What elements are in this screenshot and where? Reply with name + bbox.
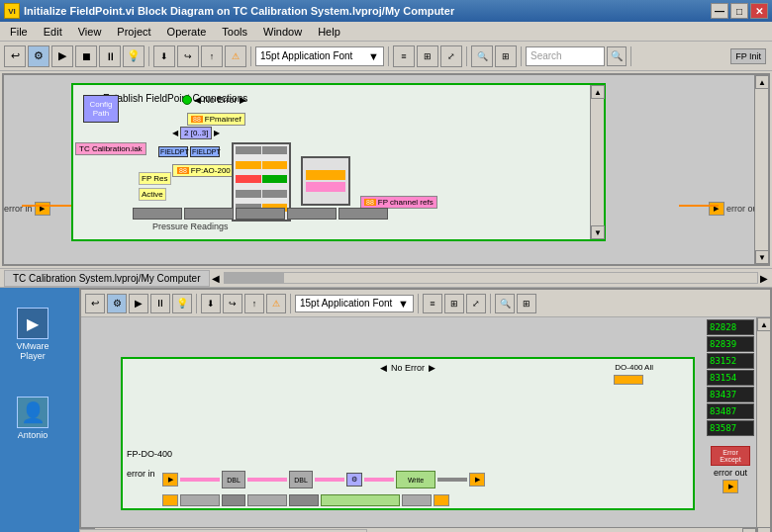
fp-do400-label: FP-DO-400: [127, 449, 172, 459]
s-dist[interactable]: ⊞: [444, 294, 464, 313]
inner-no-error: ◀ No Error ▶: [380, 363, 435, 373]
menu-edit[interactable]: Edit: [36, 24, 70, 40]
active-label: Active: [139, 188, 166, 201]
separator-6: [630, 46, 631, 66]
desktop-icon-antonio[interactable]: 👤 Antonio: [8, 397, 57, 440]
pressure-readings-label: Pressure Readings: [152, 222, 229, 231]
fp-init-button[interactable]: FP Init: [730, 48, 766, 64]
back-button[interactable]: ↩: [4, 45, 26, 67]
menu-view[interactable]: View: [70, 24, 110, 40]
s-step3[interactable]: ↑: [244, 294, 264, 313]
menu-window[interactable]: Window: [255, 24, 310, 40]
s-sep1: [196, 294, 197, 313]
search-button[interactable]: 🔍: [607, 46, 627, 66]
second-toolbar: ↩ ⚙ ▶ ⏸ 💡 ⬇ ↪ ↑ ⚠ 15pt Application Font …: [81, 290, 770, 317]
tab-scroll-thumb[interactable]: [225, 273, 284, 283]
search-box[interactable]: Search: [526, 46, 605, 66]
zoom-button[interactable]: 🔍: [471, 45, 493, 67]
second-scroll-down[interactable]: ▼: [757, 527, 770, 532]
warn-button[interactable]: ⚠: [225, 45, 246, 67]
fp-res-label: FP Res: [139, 172, 171, 185]
second-canvas: 82828 82839 83152 83154 83437 83487 8358…: [81, 317, 770, 532]
second-error-out-node: ▶: [723, 480, 738, 493]
tab-tc-calibration[interactable]: TC Calibration System.lvproj/My Computer: [4, 270, 210, 287]
s-align[interactable]: ≡: [423, 294, 442, 313]
inner-error-in-label: error in: [127, 469, 155, 479]
window-controls: — □ ✕: [711, 3, 768, 19]
second-error-out-label: error out: [714, 468, 747, 478]
second-scrollbar-v[interactable]: ▲ ▼: [756, 317, 770, 532]
forward-button[interactable]: ⚙: [28, 45, 49, 67]
menu-file[interactable]: File: [2, 24, 36, 40]
scroll-down[interactable]: ▼: [591, 225, 605, 239]
scrollbar-v[interactable]: ▲ ▼: [590, 85, 604, 239]
toolbar: ↩ ⚙ ▶ ⏹ ⏸ 💡 ⬇ ↪ ↑ ⚠ 15pt Application Fon…: [0, 42, 772, 71]
s-back-btn[interactable]: ↩: [85, 294, 105, 313]
s-run-btn[interactable]: ▶: [129, 294, 148, 313]
inner-bottom-connectors: [162, 494, 449, 506]
config-path-node: ConfigPath: [83, 95, 119, 123]
second-scroll-right[interactable]: ▶: [742, 528, 756, 532]
separator-2: [250, 46, 251, 66]
grid-button[interactable]: ⊞: [495, 45, 517, 67]
second-scroll-up[interactable]: ▲: [757, 317, 770, 331]
s-light-btn[interactable]: 💡: [172, 294, 192, 313]
fp-main-ref: 88FPmainref: [187, 113, 245, 126]
main-scrollbar[interactable]: ▲ ▼: [754, 75, 768, 264]
s-sep3: [418, 294, 419, 313]
menu-operate[interactable]: Operate: [159, 24, 215, 40]
fieldpt-boxes: FIELDPT FIELDPT: [158, 146, 220, 157]
bottom-connectors: [133, 208, 388, 220]
stop-button[interactable]: ⏹: [75, 45, 97, 67]
menu-project[interactable]: Project: [109, 24, 158, 40]
separator-4: [466, 46, 467, 66]
pause-button[interactable]: ⏸: [99, 45, 121, 67]
s-pause-btn[interactable]: ⏸: [150, 294, 170, 313]
close-button[interactable]: ✕: [750, 3, 768, 19]
s-step1[interactable]: ⬇: [201, 294, 221, 313]
tab-scrollbar[interactable]: [224, 272, 759, 284]
num-box-3: 83154: [707, 370, 754, 386]
distribute-button[interactable]: ⊞: [417, 45, 438, 67]
lower-section: ▶ VMware Player 👤 Antonio ↩ ⚙ ▶ ⏸ 💡 ⬇ ↪ …: [0, 288, 772, 532]
num-box-0: 82828: [707, 319, 754, 335]
scroll-up[interactable]: ▲: [591, 85, 605, 99]
num-box-2: 83152: [707, 353, 754, 369]
step-out[interactable]: ↑: [201, 45, 223, 67]
maximize-button[interactable]: □: [730, 3, 748, 19]
s-grid[interactable]: ⊞: [517, 294, 536, 313]
resize-button[interactable]: ⤢: [440, 45, 462, 67]
s-zoom[interactable]: 🔍: [495, 294, 515, 313]
step-over[interactable]: ↪: [177, 45, 199, 67]
s-resize[interactable]: ⤢: [466, 294, 486, 313]
light-button[interactable]: 💡: [123, 45, 145, 67]
right-node: [301, 156, 350, 206]
do400-all-label: DO-400 All: [615, 363, 653, 372]
fieldpoint-region: Establish FieldPoint Connections ◀ No Er…: [71, 83, 606, 241]
step-into[interactable]: ⬇: [153, 45, 175, 67]
inner-wire-row: ▶ DBL DBL ⚙ Write ▶: [162, 471, 485, 488]
scroll-bottom[interactable]: ▼: [755, 250, 769, 264]
run-button[interactable]: ▶: [51, 45, 73, 67]
menu-tools[interactable]: Tools: [214, 24, 255, 40]
s-step2[interactable]: ↪: [223, 294, 242, 313]
minimize-button[interactable]: —: [711, 3, 728, 19]
s-stop-btn[interactable]: ⚙: [107, 294, 127, 313]
menu-help[interactable]: Help: [310, 24, 348, 40]
inner-green-region: ◀ No Error ▶ DO-400 All FP-DO-400 error …: [121, 357, 695, 510]
tab-scroll-right[interactable]: ▶: [760, 273, 768, 284]
menu-bar: File Edit View Project Operate Tools Win…: [0, 22, 772, 42]
font-dropdown[interactable]: 15pt Application Font ▼: [255, 46, 384, 66]
desktop-icon-vmware[interactable]: ▶ VMware Player: [8, 308, 57, 361]
scroll-top[interactable]: ▲: [755, 75, 769, 89]
s-font-dropdown[interactable]: 15pt Application Font ▼: [295, 295, 414, 312]
title-bar: VI Initialize FieldPoint.vi Block Diagra…: [0, 0, 772, 22]
num-box-5: 83487: [707, 403, 754, 419]
tab-bar: TC Calibration System.lvproj/My Computer…: [0, 268, 772, 288]
num-box-6: 83587: [707, 420, 754, 436]
antonio-icon: 👤: [17, 397, 48, 428]
align-button[interactable]: ≡: [393, 45, 415, 67]
s-warn[interactable]: ⚠: [266, 294, 286, 313]
s-sep4: [490, 294, 491, 313]
tc-calibration-label: TC Calibration.iak: [75, 142, 146, 155]
